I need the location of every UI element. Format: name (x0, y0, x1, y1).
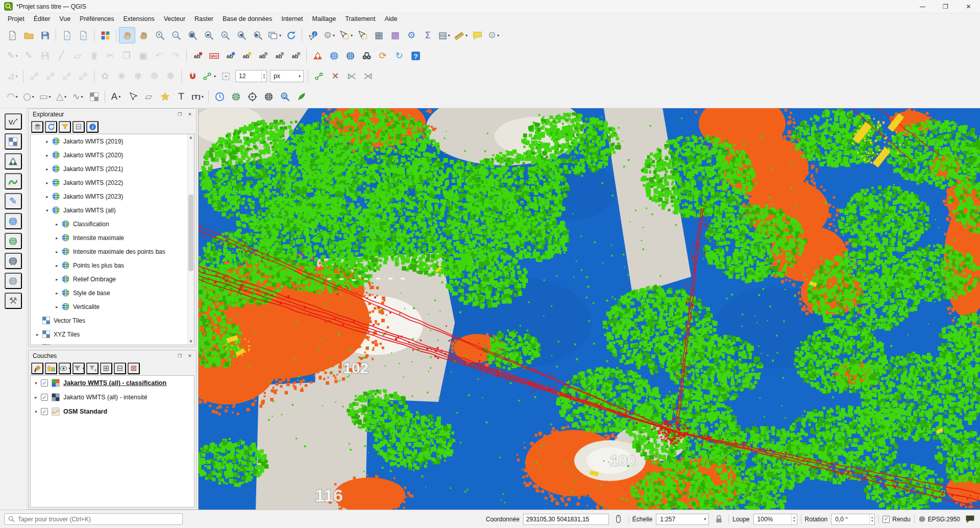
zoom-last-button[interactable]: ◀ (233, 27, 250, 43)
chevron-collapsed-icon[interactable]: ▸ (53, 263, 61, 268)
snapping-toggle-button[interactable] (184, 68, 201, 84)
minimize-button[interactable]: — (911, 0, 934, 13)
web-map-globe-button[interactable] (228, 88, 244, 105)
map-viewport[interactable] (198, 108, 980, 510)
change-label-button[interactable]: ab (287, 47, 304, 64)
move-common-segment-button[interactable] (26, 68, 42, 84)
cad-tools-button[interactable]: ⊿▾ (4, 68, 20, 84)
search-binoculars-button[interactable] (358, 47, 375, 64)
snapping-marker-button[interactable] (217, 68, 234, 84)
refresh-browser-button[interactable] (45, 121, 57, 133)
rotate-segment-button[interactable] (42, 68, 59, 84)
open-layer-styling-button[interactable] (31, 363, 43, 374)
filter-browser-button[interactable] (59, 121, 71, 133)
menu-vecteur[interactable]: Vecteur (159, 14, 190, 23)
collapse-browser-button[interactable]: ⊟ (72, 121, 85, 133)
topological-editing-button[interactable] (311, 68, 327, 84)
chevron-collapsed-icon[interactable]: ▸ (53, 277, 61, 282)
menu-vue[interactable]: Vue (55, 14, 75, 23)
copy-features-button[interactable]: ❐ (118, 47, 135, 64)
snapping-units[interactable]: px▾ (270, 70, 304, 82)
menu-extensions[interactable]: Extensions (119, 14, 159, 23)
options-button[interactable]: ⚙ (403, 27, 420, 43)
menu-preferences[interactable]: Préférences (75, 14, 118, 23)
plugin-update-button[interactable]: ↻ (391, 47, 407, 64)
help-contents-button[interactable]: ? (407, 47, 424, 64)
menu-maillage[interactable]: Maillage (308, 14, 341, 23)
add-point-cloud-layer-button[interactable] (5, 173, 22, 189)
quickosm-button[interactable] (293, 88, 309, 105)
regular-polygon-tools-button[interactable]: △▾ (53, 88, 69, 105)
gps-target-button[interactable] (244, 88, 260, 105)
digitize-line-button[interactable]: ╱ (53, 47, 69, 64)
remove-layer-button[interactable]: ⊠ (128, 363, 140, 374)
circle-from-3points-button[interactable]: ❀ (113, 68, 130, 84)
circle-tools-button[interactable]: ○▾ (20, 88, 37, 105)
filter-legend-button[interactable]: ▾ (72, 363, 85, 374)
trim-tool-button[interactable]: ⋉ (344, 68, 360, 84)
extend-segment-button[interactable] (59, 68, 75, 84)
browser-item[interactable]: Vector Tiles (31, 314, 187, 327)
filter-by-expression-button[interactable]: ε (86, 363, 99, 374)
chevron-expanded-icon[interactable]: ▾ (43, 208, 51, 213)
add-wcs-layer-button[interactable] (5, 253, 22, 269)
expand-all-button[interactable]: ⊞ (100, 363, 112, 374)
menu-traitement[interactable]: Traitement (340, 14, 380, 23)
plugin-reload-button[interactable]: ⟳ (375, 47, 391, 64)
polygon-annotation-button[interactable]: ▱ (140, 88, 157, 105)
layer-item[interactable]: ▾✓Jakarto WMTS (all) - classification (31, 376, 194, 390)
browser-item[interactable]: ▸Jakarto WMTS (2022) (31, 176, 187, 189)
curve-tools-button[interactable]: ∿▾ (69, 88, 86, 105)
scrollbar-thumb[interactable] (188, 195, 193, 271)
zoom-next-button[interactable]: ▶ (250, 27, 266, 43)
new-project-button[interactable] (4, 27, 20, 43)
manage-map-themes-button[interactable]: ▾ (59, 363, 71, 374)
avoid-intersections-button[interactable]: ✕ (327, 68, 344, 84)
mesh-triangle-button[interactable] (309, 47, 326, 64)
circle-by-center-button[interactable]: ✾ (130, 68, 146, 84)
plugin-tools-button[interactable]: ⚒ (5, 293, 22, 309)
quickmap-services-button[interactable]: Q (277, 88, 293, 105)
zoom-out-button[interactable]: − (168, 27, 184, 43)
circle-from-2points-button[interactable]: ✿ (97, 68, 113, 84)
map-tips-button[interactable] (469, 27, 485, 43)
browser-item[interactable]: ▸Jakarto WMTS (2019) (31, 134, 187, 148)
layer-visibility-checkbox[interactable]: ✓ (41, 394, 48, 401)
redo-button[interactable]: ↷ (167, 47, 184, 64)
save-layer-edits-button[interactable] (37, 47, 53, 64)
add-xyz-layer-button[interactable] (5, 273, 22, 289)
dark-globe-button[interactable] (260, 88, 277, 105)
snapping-tolerance[interactable]: 12▴▾ (235, 70, 267, 82)
zoom-in-button[interactable]: + (152, 27, 168, 43)
geocoder-globe-button[interactable] (342, 47, 358, 64)
layers-close-button[interactable]: ✕ (185, 352, 194, 360)
browser-item[interactable]: ▸Style de base (31, 286, 187, 300)
chevron-collapsed-icon[interactable]: ▸ (53, 249, 61, 254)
layout-manager-button[interactable] (75, 27, 91, 43)
layers-float-button[interactable]: ❐ (175, 352, 184, 360)
chevron-collapsed-icon[interactable]: ▸ (43, 194, 51, 199)
temporal-controller-button[interactable] (211, 88, 228, 105)
new-map-view-button[interactable]: ▾ (266, 27, 283, 43)
browser-close-button[interactable]: ✕ (185, 110, 194, 118)
digitize-polygon-button[interactable]: ▱ (69, 47, 86, 64)
browser-item[interactable]: ▸XYZ Tiles (31, 327, 187, 341)
zoom-full-button[interactable]: ▣ (184, 27, 201, 43)
map-canvas[interactable] (199, 108, 980, 510)
close-button[interactable]: ✕ (957, 0, 980, 13)
current-edits-button[interactable]: ✎▾ (4, 47, 20, 64)
layer-labeling-button[interactable]: ab (189, 47, 206, 64)
lock-scale-button[interactable] (713, 513, 725, 525)
menu-projet[interactable]: Projet (3, 14, 29, 23)
layer-item[interactable]: ▾✓OSM Standard (31, 404, 194, 419)
coordinate-extent-toggle-button[interactable] (612, 513, 625, 525)
chevron-collapsed-icon[interactable]: ▸ (43, 166, 51, 172)
scale-combo[interactable]: 1:257 ▾ (656, 514, 709, 525)
text-annotation-button[interactable]: A▾ (108, 88, 124, 105)
rotate-label-button[interactable]: ab (271, 47, 287, 64)
add-wms-layer-button[interactable] (5, 213, 22, 229)
browser-item[interactable]: ▸Points les plus bas (31, 258, 187, 272)
menu-base-de-donnees[interactable]: Base de données (218, 14, 277, 23)
browser-item[interactable]: ▸Classification (31, 217, 187, 231)
browser-item[interactable]: WCS (31, 341, 187, 345)
